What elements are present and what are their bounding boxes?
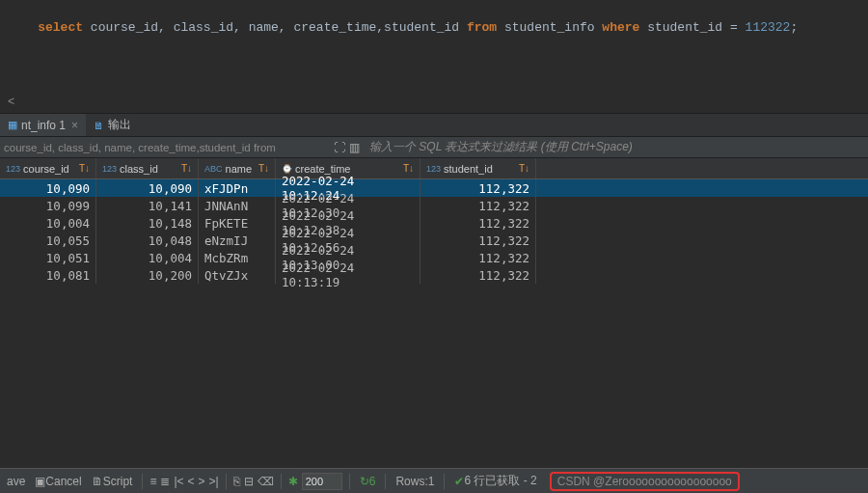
tab-result-1[interactable]: ▦ nt_info 1 × (0, 114, 86, 136)
cell-name[interactable]: eNzmIJ (199, 232, 276, 249)
column-header-course_id[interactable]: 123course_idT↓ (0, 158, 96, 178)
grid-header-row: 123course_idT↓123class_idT↓ABCnameT↓⌚cre… (0, 158, 868, 179)
sql-echo: course_id, class_id, name, create_time,s… (0, 142, 328, 153)
sort-icon[interactable]: T↓ (517, 163, 529, 174)
cell-class_id[interactable]: 10,090 (96, 179, 199, 197)
sort-icon[interactable]: T↓ (77, 163, 90, 174)
page-size-input[interactable] (302, 473, 342, 490)
cell-student_id[interactable]: 112,322 (420, 197, 536, 214)
refresh-button[interactable]: ↻ 6 (357, 475, 379, 488)
column-header-class_id[interactable]: 123class_idT↓ (96, 158, 199, 178)
cell-student_id[interactable]: 112,322 (420, 214, 536, 232)
type-badge: ABC (204, 164, 223, 174)
cell-name[interactable]: FpKETE (199, 214, 276, 232)
align-left-icon[interactable]: ≡ (149, 475, 156, 488)
script-button[interactable]: 🗎 Script (89, 475, 136, 488)
grid-body[interactable]: 10,09010,090xFJDPn2022-02-24 10:12:24112… (0, 179, 868, 284)
result-grid[interactable]: 123course_idT↓123class_idT↓ABCnameT↓⌚cre… (0, 158, 868, 468)
exec-icon[interactable]: ✱ (288, 475, 298, 488)
column-name: class_id (120, 163, 179, 175)
expand-icon[interactable]: ⛶ (334, 141, 345, 154)
column-name: create_time (295, 163, 401, 175)
cell-name[interactable]: JNNAnN (199, 197, 276, 214)
nav-next-icon[interactable]: > (199, 475, 205, 488)
table-row[interactable]: 10,09010,090xFJDPn2022-02-24 10:12:24112… (0, 179, 868, 197)
cell-class_id[interactable]: 10,004 (96, 249, 199, 266)
sql-literal: 112322 (746, 20, 791, 35)
cell-course_id[interactable]: 10,090 (0, 179, 96, 197)
nav-last-icon[interactable]: >| (209, 475, 219, 488)
cell-course_id[interactable]: 10,051 (0, 249, 96, 266)
sql-editor[interactable]: select course_id, class_id, name, create… (0, 0, 868, 114)
grid-icon: ▦ (8, 119, 17, 131)
cell-class_id[interactable]: 10,148 (96, 214, 199, 232)
cell-class_id[interactable]: 10,048 (96, 232, 199, 249)
column-header-name[interactable]: ABCnameT↓ (199, 158, 276, 178)
del-row-icon[interactable]: ⌫ (258, 475, 274, 488)
sql-columns: course_id, class_id, name, create_time,s… (83, 20, 467, 35)
filter-input[interactable]: 输入一个 SQL 表达式来过滤结果 (使用 Ctrl+Space) (369, 140, 633, 153)
type-badge: 123 (6, 164, 20, 174)
cell-student_id[interactable]: 112,322 (420, 266, 536, 284)
sql-table: student_info (497, 20, 602, 35)
column-header-student_id[interactable]: 123student_idT↓ (420, 158, 536, 178)
cell-name[interactable]: QtvZJx (199, 266, 276, 284)
column-name: student_id (444, 163, 517, 175)
dup-row-icon[interactable]: ⎘ (233, 475, 240, 488)
status-bar: ave ▣ Cancel 🗎 Script ≡ ≣ |< < > >| ⎘ ⊟ … (0, 468, 868, 493)
nav-first-icon[interactable]: |< (174, 475, 183, 488)
filter-bar: course_id, class_id, name, create_time,s… (0, 137, 868, 158)
cancel-button[interactable]: ▣ Cancel (32, 475, 84, 488)
cell-student_id[interactable]: 112,322 (420, 179, 536, 197)
cell-course_id[interactable]: 10,004 (0, 214, 96, 232)
type-badge: 123 (426, 164, 441, 174)
column-name: course_id (23, 163, 77, 175)
nav-prev-icon[interactable]: < (188, 475, 195, 488)
kw-where: where (602, 20, 639, 35)
result-tab-bar: ▦ nt_info 1 × 🗎 输出 (0, 114, 868, 137)
watermark: CSDN @Zerooooooooooooooooo (550, 472, 740, 491)
sort-icon[interactable]: T↓ (257, 163, 269, 174)
cell-class_id[interactable]: 10,200 (96, 266, 199, 284)
table-row[interactable]: 10,09910,141JNNAnN2022-02-24 10:12:30112… (0, 197, 868, 214)
table-row[interactable]: 10,08110,200QtvZJx2022-02-24 10:13:19112… (0, 266, 868, 284)
cell-student_id[interactable]: 112,322 (420, 249, 536, 266)
cell-name[interactable]: McbZRm (199, 249, 276, 266)
type-badge: ⌚ (282, 164, 292, 174)
sql-cond: student_id = (639, 20, 745, 35)
doc-icon: 🗎 (94, 120, 104, 131)
rows-label: Rows: 1 (393, 475, 437, 488)
scroll-left-icon[interactable]: < (8, 96, 14, 109)
close-icon[interactable]: × (71, 119, 78, 132)
sql-semi: ; (790, 20, 798, 35)
cell-create_time[interactable]: 2022-02-24 10:13:19 (276, 266, 420, 284)
save-button[interactable]: ave (4, 475, 28, 488)
cell-course_id[interactable]: 10,081 (0, 266, 96, 284)
cell-course_id[interactable]: 10,099 (0, 197, 96, 214)
tab-output[interactable]: 🗎 输出 (86, 114, 139, 136)
edit-row-icon[interactable]: ⊟ (244, 475, 254, 488)
tab-label: nt_info 1 (21, 119, 66, 132)
cell-class_id[interactable]: 10,141 (96, 197, 199, 214)
table-row[interactable]: 10,00410,148FpKETE2022-02-24 10:12:38112… (0, 214, 868, 232)
sort-icon[interactable]: T↓ (401, 163, 414, 174)
kw-from: from (467, 20, 497, 35)
fetch-status: ✔ 6 行已获取 - 2 (451, 473, 539, 489)
cell-student_id[interactable]: 112,322 (420, 232, 536, 249)
table-row[interactable]: 10,05510,048eNzmIJ2022-02-24 10:12:56112… (0, 232, 868, 249)
column-name: name (226, 163, 257, 175)
cell-name[interactable]: xFJDPn (199, 179, 276, 197)
cell-course_id[interactable]: 10,055 (0, 232, 96, 249)
align-center-icon[interactable]: ≣ (160, 475, 170, 488)
tab-label: 输出 (108, 117, 131, 133)
filter-toggle-icon[interactable]: ▥ (349, 141, 360, 154)
kw-select: select (38, 20, 83, 35)
sort-icon[interactable]: T↓ (179, 163, 192, 174)
type-badge: 123 (102, 164, 117, 174)
table-row[interactable]: 10,05110,004McbZRm2022-02-24 10:13:00112… (0, 249, 868, 266)
